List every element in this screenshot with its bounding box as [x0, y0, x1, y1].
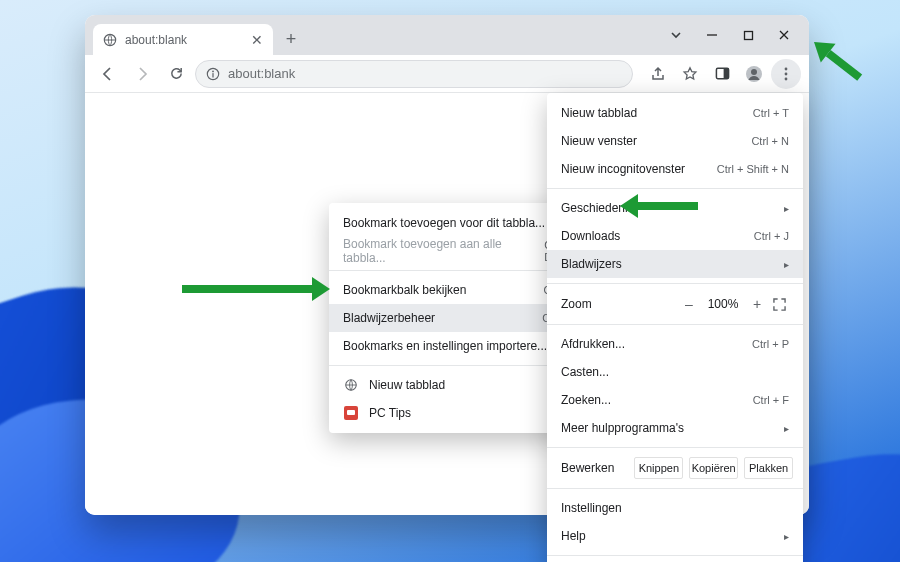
svg-point-9 [785, 67, 788, 70]
menu-edit-row: Bewerken Knippen Kopiëren Plakken [547, 453, 803, 483]
share-icon[interactable] [643, 59, 673, 89]
menu-find[interactable]: Zoeken...Ctrl + F [547, 386, 803, 414]
edit-copy-button[interactable]: Kopiëren [689, 457, 738, 479]
menu-more-tools[interactable]: Meer hulpprogramma's▸ [547, 414, 803, 442]
menu-cast[interactable]: Casten... [547, 358, 803, 386]
profile-icon[interactable] [739, 59, 769, 89]
chrome-main-menu: Nieuw tabbladCtrl + T Nieuw vensterCtrl … [547, 93, 803, 562]
menu-print[interactable]: Afdrukken...Ctrl + P [547, 330, 803, 358]
chevron-right-icon: ▸ [784, 259, 789, 270]
back-button[interactable] [93, 59, 123, 89]
globe-icon [343, 377, 359, 393]
bookmark-star-icon[interactable] [675, 59, 705, 89]
chevron-right-icon: ▸ [784, 423, 789, 434]
new-tab-button[interactable]: + [277, 25, 305, 53]
menu-new-tab[interactable]: Nieuw tabbladCtrl + T [547, 99, 803, 127]
zoom-in-button[interactable]: + [745, 296, 769, 312]
minimize-button[interactable] [695, 20, 729, 50]
annotation-arrow-2 [620, 194, 698, 218]
menu-settings[interactable]: Instellingen [547, 494, 803, 522]
favicon-pctips-icon [343, 405, 359, 421]
svg-point-10 [785, 72, 788, 75]
tabstrip: about:blank ✕ + [85, 15, 809, 55]
window-controls [659, 15, 801, 55]
annotation-arrow-1 [182, 277, 330, 301]
svg-rect-14 [347, 410, 355, 415]
reload-button[interactable] [161, 59, 191, 89]
edit-paste-button[interactable]: Plakken [744, 457, 793, 479]
chevron-right-icon: ▸ [784, 531, 789, 542]
maximize-button[interactable] [731, 20, 765, 50]
side-panel-icon[interactable] [707, 59, 737, 89]
browser-tab[interactable]: about:blank ✕ [93, 24, 273, 56]
svg-rect-4 [212, 73, 213, 77]
toolbar: about:blank [85, 55, 809, 93]
globe-icon [103, 33, 117, 47]
close-tab-icon[interactable]: ✕ [251, 32, 263, 48]
menu-bookmarks[interactable]: Bladwijzers▸ [547, 250, 803, 278]
menu-downloads[interactable]: DownloadsCtrl + J [547, 222, 803, 250]
forward-button[interactable] [127, 59, 157, 89]
address-bar[interactable]: about:blank [195, 60, 633, 88]
svg-rect-6 [723, 68, 728, 78]
svg-point-11 [785, 77, 788, 80]
menu-new-window[interactable]: Nieuw vensterCtrl + N [547, 127, 803, 155]
fullscreen-icon[interactable] [769, 298, 789, 311]
url-text: about:blank [228, 66, 295, 81]
zoom-out-button[interactable]: – [677, 296, 701, 312]
tab-title: about:blank [125, 33, 187, 47]
menu-help[interactable]: Help▸ [547, 522, 803, 550]
tab-search-button[interactable] [659, 20, 693, 50]
menu-incognito[interactable]: Nieuw incognitovensterCtrl + Shift + N [547, 155, 803, 183]
svg-point-3 [212, 70, 214, 72]
svg-rect-1 [744, 31, 752, 39]
site-info-icon[interactable] [206, 67, 220, 81]
more-menu-button[interactable] [771, 59, 801, 89]
zoom-value: 100% [701, 297, 745, 311]
chevron-right-icon: ▸ [784, 203, 789, 214]
close-window-button[interactable] [767, 20, 801, 50]
chrome-window: about:blank ✕ + [85, 15, 809, 515]
svg-point-8 [751, 69, 757, 75]
edit-cut-button[interactable]: Knippen [634, 457, 683, 479]
menu-zoom: Zoom – 100% + [547, 289, 803, 319]
